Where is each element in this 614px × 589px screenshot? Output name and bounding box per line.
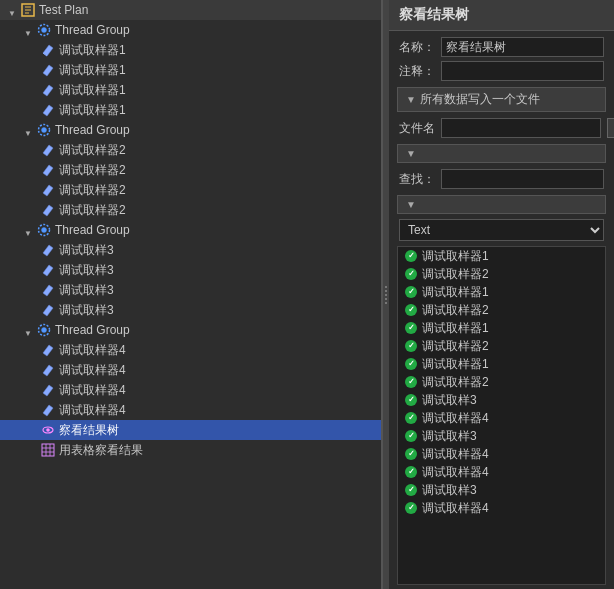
thread-group-1-label: Thread Group [55, 23, 130, 37]
result-status-icon [404, 375, 418, 389]
pencil-icon [40, 302, 56, 318]
browse-button[interactable]: ... [607, 118, 614, 138]
sampler-4-2[interactable]: 调试取样器4 [0, 360, 381, 380]
result-status-icon [404, 267, 418, 281]
sampler-2-3[interactable]: 调试取样器2 [0, 180, 381, 200]
sampler-3-2[interactable]: 调试取样3 [0, 260, 381, 280]
pencil-icon [40, 382, 56, 398]
comment-input[interactable] [441, 61, 604, 81]
gear-icon-3 [36, 222, 52, 238]
sampler-1-2[interactable]: 调试取样器1 [0, 60, 381, 80]
panel-title: 察看结果树 [399, 6, 469, 22]
result-item[interactable]: 调试取样器4 [398, 463, 605, 481]
sampler-4-1[interactable]: 调试取样器4 [0, 340, 381, 360]
result-item-label: 调试取样器1 [422, 320, 489, 337]
result-item[interactable]: 调试取样器2 [398, 373, 605, 391]
result-item-label: 调试取样器2 [422, 302, 489, 319]
pencil-icon [40, 62, 56, 78]
sampler-1-4[interactable]: 调试取样器1 [0, 100, 381, 120]
sampler-2-1[interactable]: 调试取样器2 [0, 140, 381, 160]
result-item[interactable]: 调试取样器1 [398, 283, 605, 301]
testplan-item[interactable]: Test Plan [0, 0, 381, 20]
dropdown-row: Text XML HTML JSON Regexp Tester [389, 216, 614, 244]
result-tree-item[interactable]: 察看结果树 [0, 420, 381, 440]
result-item[interactable]: 调试取样器1 [398, 247, 605, 265]
result-status-icon [404, 321, 418, 335]
search-section-header: ▼ [397, 144, 606, 163]
result-item[interactable]: 调试取样器2 [398, 301, 605, 319]
result-item-label: 调试取样3 [422, 428, 477, 445]
result-item[interactable]: 调试取样3 [398, 427, 605, 445]
right-header: 察看结果树 [389, 0, 614, 31]
name-input[interactable] [441, 37, 604, 57]
filename-label: 文件名 [399, 120, 435, 137]
table-icon [40, 442, 56, 458]
search-section: 查找： [389, 165, 614, 193]
sampler-1-3[interactable]: 调试取样器1 [0, 80, 381, 100]
result-item[interactable]: 调试取样3 [398, 481, 605, 499]
thread-group-4[interactable]: Thread Group [0, 320, 381, 340]
result-item[interactable]: 调试取样器1 [398, 319, 605, 337]
svg-point-4 [42, 28, 47, 33]
result-status-icon [404, 393, 418, 407]
thread-group-3-label: Thread Group [55, 223, 130, 237]
result-status-icon [404, 411, 418, 425]
result-status-icon [404, 357, 418, 371]
gear-icon-4 [36, 322, 52, 338]
result-status-icon [404, 483, 418, 497]
sampler-2-2[interactable]: 调试取样器2 [0, 160, 381, 180]
result-item[interactable]: 调试取样器2 [398, 337, 605, 355]
thread-group-3[interactable]: Thread Group [0, 220, 381, 240]
pencil-icon [40, 242, 56, 258]
sampler-3-1[interactable]: 调试取样3 [0, 240, 381, 260]
result-table-item[interactable]: 用表格察看结果 [0, 440, 381, 460]
sampler-4-4[interactable]: 调试取样器4 [0, 400, 381, 420]
pencil-icon [40, 42, 56, 58]
search-input[interactable] [441, 169, 604, 189]
thread-group-1[interactable]: Thread Group [0, 20, 381, 40]
result-status-icon [404, 339, 418, 353]
name-label: 名称： [399, 39, 435, 56]
result-item-label: 调试取样器1 [422, 248, 489, 265]
filename-input[interactable] [441, 118, 601, 138]
pencil-icon [40, 142, 56, 158]
pencil-icon [40, 282, 56, 298]
result-item-label: 调试取样器4 [422, 464, 489, 481]
pencil-icon [40, 182, 56, 198]
eye-icon [40, 422, 56, 438]
svg-point-7 [42, 128, 47, 133]
result-status-icon [404, 429, 418, 443]
result-status-icon [404, 447, 418, 461]
sampler-1-1[interactable]: 调试取样器1 [0, 40, 381, 60]
sampler-3-3[interactable]: 调试取样3 [0, 280, 381, 300]
result-item-label: 调试取样3 [422, 392, 477, 409]
testplan-label: Test Plan [39, 3, 88, 17]
pencil-icon [40, 402, 56, 418]
result-item[interactable]: 调试取样器2 [398, 265, 605, 283]
result-status-icon [404, 501, 418, 515]
thread-group-4-label: Thread Group [55, 323, 130, 337]
result-item[interactable]: 调试取样器4 [398, 499, 605, 517]
expand-icon-2 [24, 125, 34, 135]
format-select[interactable]: Text XML HTML JSON Regexp Tester [399, 219, 604, 241]
sampler-3-4[interactable]: 调试取样3 [0, 300, 381, 320]
result-item[interactable]: 调试取样3 [398, 391, 605, 409]
result-item[interactable]: 调试取样器1 [398, 355, 605, 373]
result-table-label: 用表格察看结果 [59, 442, 143, 459]
thread-group-2[interactable]: Thread Group [0, 120, 381, 140]
search-row: 查找： [399, 169, 604, 189]
expand-icon-1 [24, 25, 34, 35]
name-row: 名称： [399, 37, 604, 57]
result-item[interactable]: 调试取样器4 [398, 445, 605, 463]
comment-label: 注释： [399, 63, 435, 80]
filename-section: 文件名 ... [389, 114, 614, 142]
result-item-label: 调试取样器4 [422, 446, 489, 463]
thread-group-2-label: Thread Group [55, 123, 130, 137]
result-item[interactable]: 调试取样器4 [398, 409, 605, 427]
result-status-icon [404, 303, 418, 317]
svg-point-9 [42, 228, 47, 233]
result-tree-label: 察看结果树 [59, 422, 119, 439]
sampler-2-4[interactable]: 调试取样器2 [0, 200, 381, 220]
svg-point-14 [46, 428, 50, 432]
sampler-4-3[interactable]: 调试取样器4 [0, 380, 381, 400]
